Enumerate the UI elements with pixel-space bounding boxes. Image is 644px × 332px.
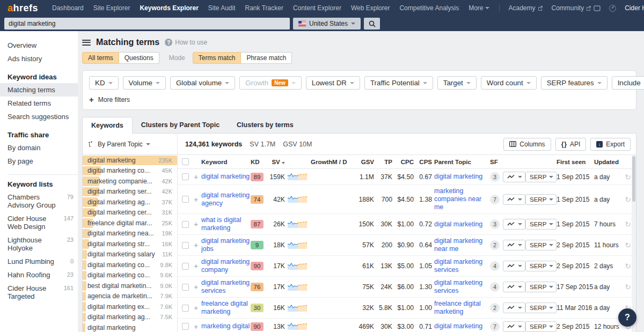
usage-meter-icon[interactable] [609, 5, 616, 12]
parent-topic-link[interactable]: digital marketing services [434, 258, 482, 274]
add-to-list-button[interactable]: + [191, 262, 201, 270]
parent-topic-row[interactable]: digital marketing nea...19K [83, 228, 177, 239]
keyword-list-item[interactable]: Lighthouse Holyoke23 [8, 233, 78, 255]
row-checkbox[interactable] [182, 284, 189, 291]
col-sv[interactable]: SV [267, 159, 287, 165]
keyword-link[interactable]: digital marketing company [201, 258, 250, 274]
col-gsv[interactable]: GSV [356, 159, 376, 165]
nav-item-competitive-analysis[interactable]: Competitive Analysis [399, 4, 459, 12]
export-button[interactable]: ↓ Export [590, 138, 631, 151]
filter-chip-traffic-potential[interactable]: Traffic Potential [364, 76, 433, 90]
filter-chip-word-count[interactable]: Word count [481, 76, 537, 90]
serp-button[interactable]: SERP [525, 172, 557, 182]
nav-item-more[interactable]: More [469, 4, 489, 12]
segment-phrase-match[interactable]: Phrase match [241, 52, 292, 64]
parent-topic-row[interactable]: digital marketing ser...42K [83, 187, 177, 197]
scrollbar-thumb[interactable] [632, 156, 635, 202]
add-to-list-button[interactable]: + [191, 241, 201, 249]
serp-button[interactable]: SERP [525, 282, 557, 292]
parent-topic-row[interactable]: digital marketing235K [83, 155, 177, 166]
filter-chip-kd[interactable]: KD [89, 76, 119, 90]
account-menu[interactable]: Cider House Inc [625, 4, 644, 12]
col-keyword[interactable]: Keyword [201, 159, 251, 165]
keyword-list-item[interactable]: Cider House Web Design147 [8, 212, 78, 233]
keyword-list-item[interactable]: Chambers Advisory Group79 [8, 190, 78, 212]
segment-questions[interactable]: Questions [119, 52, 159, 64]
serp-button[interactable]: SERP [525, 303, 557, 313]
col-growth[interactable]: Growth [311, 159, 332, 165]
keyword-link[interactable]: digital marketing [201, 173, 250, 180]
parent-topic-row[interactable]: agencia de marketin...7.9K [83, 291, 177, 302]
filter-chip-include[interactable]: Include [612, 76, 644, 90]
keyword-chart-button[interactable] [503, 172, 525, 182]
sidebar-item-overview[interactable]: Overview [8, 39, 78, 52]
keyword-chart-button[interactable] [503, 282, 525, 292]
nav-item-site-audit[interactable]: Site Audit [208, 4, 236, 12]
serp-button[interactable]: SERP [525, 219, 557, 230]
parent-topic-link[interactable]: freelance digital marketing [434, 300, 481, 315]
parent-topic-row[interactable]: digital marketing ag...37K [83, 197, 177, 208]
parent-topic-row[interactable]: best digital marketin...9.0K [83, 281, 177, 291]
add-to-list-button[interactable]: + [191, 322, 201, 331]
add-to-list-button[interactable]: + [191, 195, 201, 204]
sidebar-item-by-domain[interactable]: By domain [8, 141, 78, 154]
add-to-list-button[interactable]: + [191, 283, 201, 291]
nav-item-keywords-explorer[interactable]: Keywords Explorer [140, 4, 198, 12]
nav-item-dashboard[interactable]: Dashboard [52, 4, 84, 12]
tab-clusters-by-parent-topic[interactable]: Clusters by Parent Topic [133, 117, 228, 134]
keyword-link[interactable]: digital marketing services [201, 279, 250, 294]
keyword-link[interactable]: marketing digital [201, 322, 250, 330]
keyword-chart-button[interactable] [503, 321, 525, 332]
row-checkbox[interactable] [182, 196, 189, 203]
row-checkbox[interactable] [182, 221, 189, 228]
how-to-use-link[interactable]: ? How to use [165, 39, 207, 46]
country-selector[interactable]: United States [293, 18, 361, 29]
filter-chip-lowest-dr[interactable]: Lowest DR [306, 76, 360, 90]
parent-topic-row[interactable]: digital marketing salary11K [83, 249, 177, 260]
nav-community[interactable]: Community [552, 4, 601, 12]
serp-button[interactable]: SERP [525, 240, 557, 250]
group-by-selector[interactable]: By Parent Topic [83, 134, 178, 154]
more-filters-button[interactable]: + More filters [89, 95, 630, 104]
col-cps[interactable]: CPS [416, 159, 434, 165]
parent-topic-link[interactable]: digital marketing [434, 220, 482, 228]
col-sf[interactable]: SF [490, 159, 503, 165]
row-checkbox[interactable] [182, 242, 189, 249]
keyword-link[interactable]: digital marketing jobs [201, 237, 250, 253]
row-checkbox[interactable] [182, 323, 189, 330]
row-checkbox[interactable] [182, 305, 189, 312]
keyword-search-input[interactable] [4, 18, 290, 29]
col-cpc[interactable]: CPC [394, 159, 416, 165]
keyword-link[interactable]: freelance digital marketing [201, 300, 248, 315]
add-to-list-button[interactable]: + [191, 173, 201, 181]
filter-chip-target[interactable]: Target [437, 76, 477, 90]
nav-item-site-explorer[interactable]: Site Explorer [93, 4, 130, 12]
keyword-chart-button[interactable] [503, 303, 525, 313]
serp-button[interactable]: SERP [525, 194, 557, 205]
parent-topic-row[interactable]: digital marketing str...16K [83, 239, 177, 249]
keyword-list-item[interactable]: Cider House Targeted161 [8, 282, 78, 303]
columns-button[interactable]: Columns [503, 138, 551, 151]
parent-topic-row[interactable]: freelance digital mar...25K [83, 218, 177, 228]
parent-topic-link[interactable]: digital marketing [434, 173, 482, 180]
keyword-chart-button[interactable] [503, 219, 525, 230]
keyword-list-item[interactable]: Lund Plumbing0 [8, 255, 78, 268]
parent-topic-link[interactable]: digital marketing [434, 322, 482, 330]
keyword-chart-button[interactable] [503, 261, 525, 271]
vertical-scrollbar[interactable] [632, 155, 636, 332]
keyword-chart-button[interactable] [503, 194, 525, 205]
col-first-seen[interactable]: First seen [557, 159, 594, 165]
parent-topic-link[interactable]: marketing companies near me [434, 187, 481, 211]
serp-button[interactable]: SERP [525, 261, 557, 271]
api-button[interactable]: { } API [555, 138, 587, 151]
parent-topic-row[interactable]: marketing companie...42K [83, 176, 177, 187]
tab-keywords[interactable]: Keywords [82, 117, 133, 134]
sidebar-item-ads-history[interactable]: Ads history [8, 52, 78, 65]
nav-item-web-explorer[interactable]: Web Explorer [351, 4, 390, 12]
search-button[interactable] [364, 18, 380, 29]
select-all-checkbox[interactable] [182, 158, 189, 165]
serp-button[interactable]: SERP [525, 321, 557, 332]
parent-topic-row[interactable]: digital marketing co...9.6K [83, 270, 177, 281]
tab-clusters-by-terms[interactable]: Clusters by terms [228, 117, 302, 134]
col-tp[interactable]: TP [376, 159, 394, 165]
